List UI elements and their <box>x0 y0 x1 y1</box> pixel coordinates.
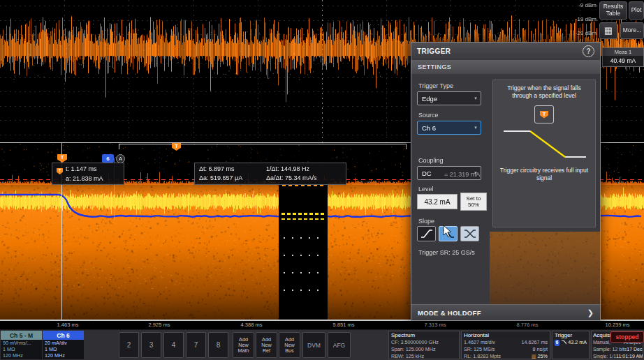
channel-5-scale: 90 mVrms/... <box>1 340 42 346</box>
add-new-bus-button[interactable]: Add New Bus <box>279 332 300 358</box>
db-scale-label: -9 dBm <box>566 2 597 8</box>
slope-either-button[interactable] <box>460 226 479 241</box>
channel-5-impedance: 1 MΩ <box>1 346 42 352</box>
acquisition-mode: Manual, <box>593 339 610 346</box>
chevron-down-icon: ▾ <box>471 125 481 130</box>
bottom-bar: Ch 5 - M 90 mVrms/... 1 MΩ 120 MHz Ch 6 … <box>0 329 644 360</box>
measurement-badge-title: Meas 1 <box>603 48 643 56</box>
plot-button[interactable]: Plot <box>629 1 644 20</box>
horizontal-box-title: Horizontal <box>464 332 548 339</box>
trigger-source-badge: 6 <box>555 340 559 346</box>
add-new-ref-button[interactable]: Add New Ref <box>256 332 277 358</box>
results-table-button[interactable]: Results Table <box>599 1 627 20</box>
bracket-right-tick <box>406 144 407 149</box>
channel-4-button[interactable]: 4 <box>163 332 184 358</box>
x-axis-label: 5.851 ms <box>333 322 355 328</box>
panel-right-translucent <box>490 232 600 304</box>
trigger-panel-title: TRIGGER <box>417 47 583 55</box>
record-length: RL: 1.8283 Mpts <box>464 353 501 359</box>
channel-2-button[interactable]: 2 <box>119 332 139 358</box>
x-axis-label: 10.239 ms <box>605 322 629 328</box>
set-to-50-button[interactable]: Set to 50% <box>460 193 487 211</box>
date-display: 17 Dec 2021 <box>627 346 643 353</box>
x-axis-label: 8.776 ms <box>517 322 539 328</box>
channel-6-scale: 20 mA/div <box>43 340 84 346</box>
channel-6-impedance: 1 MΩ <box>43 346 84 352</box>
level-line-readout: = 21.319 mA <box>444 171 480 178</box>
slope-rising-button[interactable] <box>417 226 436 241</box>
db-scale-label: -29 dBm <box>566 30 597 36</box>
falling-edge-illustration <box>498 125 590 164</box>
trigger-type-dropdown[interactable]: Edge ▾ <box>417 91 481 105</box>
horizontal-scale: 1.4627 ms/div <box>464 339 495 346</box>
x-axis-label: 2.925 ms <box>149 322 170 328</box>
channel-6-block[interactable]: Ch 6 20 mA/div 1 MΩ 120 MHz <box>43 331 84 359</box>
sample-rate: SR: 125 MS/s <box>464 346 495 353</box>
record-length-icon: ▥ <box>532 353 536 359</box>
x-axis-label: 4.388 ms <box>241 322 263 328</box>
channel-8-button[interactable]: 8 <box>208 332 228 358</box>
cursor-time-value: t: 1.147 ms <box>66 165 97 172</box>
horizontal-info-box[interactable]: Horizontal 1.4627 ms/div 14.6267 ms SR: … <box>461 331 550 359</box>
source-value: Ch 6 <box>418 124 471 132</box>
trigger-info-box[interactable]: Trigger 6 43.2 mA <box>552 331 590 359</box>
source-dropdown[interactable]: Ch 6 ▾ <box>417 121 481 135</box>
delta-t-value: Δt: 6.897 ms <box>199 165 266 174</box>
spectrum-box-title: Spectrum <box>391 332 457 339</box>
channel-5-block[interactable]: Ch 5 - M 90 mVrms/... 1 MΩ 120 MHz <box>1 331 42 359</box>
trigger-help-text-top: Trigger when the signal falls through a … <box>497 84 591 100</box>
trigger-icon: T <box>57 168 63 174</box>
more-button[interactable]: More... <box>620 22 644 39</box>
slope-rise-icon <box>420 229 433 239</box>
channel-6-name: Ch 6 <box>43 331 84 340</box>
channel-7-button[interactable]: 7 <box>186 332 206 358</box>
falling-slope-icon <box>561 340 566 346</box>
inverse-delta-t-value: 1/Δt: 144.98 Hz <box>266 165 309 174</box>
coupling-label: Coupling <box>418 157 444 164</box>
trigger-panel-titlebar[interactable]: TRIGGER ? <box>411 43 600 60</box>
help-icon[interactable]: ? <box>583 45 594 57</box>
rbw: RBW: 125 kHz <box>391 353 424 359</box>
acquisition-sample: Sample: 12 bits <box>593 346 627 353</box>
grid-icon[interactable]: ▦ <box>599 22 617 39</box>
channel-5-bandwidth: 120 MHz <box>1 352 42 359</box>
trigger-type-value: Edge <box>418 95 471 103</box>
chevron-right-icon: ❯ <box>587 308 594 317</box>
x-axis-label: 1.463 ms <box>57 322 79 328</box>
add-new-math-button[interactable]: Add New Math <box>233 332 254 358</box>
delta-a-value: Δa: 519.657 μA <box>199 174 266 183</box>
stopped-button[interactable]: stopped <box>610 331 644 343</box>
level-input[interactable]: 43.2 mA <box>417 194 458 209</box>
trigger-level-value: 43.2 mA <box>568 339 587 346</box>
channel-6-bandwidth: 120 MHz <box>43 352 84 359</box>
center-frequency: CF: 3.50000000 GHz <box>391 339 439 346</box>
trigger-help-text-bottom: Trigger circuitry receives full input si… <box>497 167 591 182</box>
slope-label: Slope <box>418 218 434 225</box>
spectrum-info-box[interactable]: Spectrum CF: 3.50000000 GHz Span: 125.00… <box>388 331 460 359</box>
slew-rate-value: Δa/Δt: 75.34 mA/s <box>266 174 317 183</box>
bracket-left-tick <box>119 144 119 149</box>
dvm-button[interactable]: DVM <box>302 332 325 358</box>
slope-either-icon <box>464 229 476 239</box>
zoom-bracket[interactable] <box>119 144 407 150</box>
channel-3-button[interactable]: 3 <box>141 332 161 358</box>
cursor-amplitude-value: a: 21.838 mA <box>66 175 103 182</box>
mode-holdoff-label: MODE & HOLDOFF <box>418 309 587 317</box>
channel-6-badge[interactable]: 6 <box>102 154 114 163</box>
trigger-type-label: Trigger Type <box>418 82 453 89</box>
chevron-down-icon: ▾ <box>471 96 481 101</box>
measurement-badge[interactable]: Meas 1 40.49 mA <box>602 47 644 67</box>
cursor-readout-delta: Δt: 6.897 ms 1/Δt: 144.98 Hz Δa: 519.657… <box>194 163 346 185</box>
channel-5-name: Ch 5 - M <box>1 331 42 340</box>
cursor-readout-primary: Tt: 1.147 ms a: 21.838 mA <box>52 163 124 185</box>
afg-button[interactable]: AFG <box>328 332 351 358</box>
mouse-cursor <box>443 225 452 238</box>
time-display: 11:01:19 AM <box>616 353 643 359</box>
db-scale-label: -19 dBm <box>566 16 597 22</box>
settings-section-header: SETTINGS <box>411 60 600 74</box>
trigger-settings-panel: TRIGGER ? SETTINGS Trigger when the sign… <box>411 42 601 321</box>
sample-resolution: 8 ns/pt <box>532 346 548 353</box>
trigger-sample-rate: Trigger SR: 25 GS/s <box>418 249 475 256</box>
mode-holdoff-section[interactable]: MODE & HOLDOFF ❯ <box>411 304 600 320</box>
source-label: Source <box>418 112 439 119</box>
